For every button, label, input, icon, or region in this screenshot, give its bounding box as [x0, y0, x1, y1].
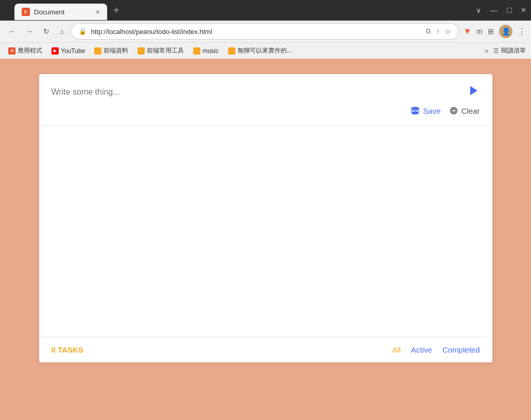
- active-tab[interactable]: C Document ×: [14, 4, 107, 20]
- translate-icon[interactable]: G: [426, 28, 431, 35]
- apps-bookmark-icon: ⊞: [8, 47, 15, 55]
- play-icon: [468, 84, 480, 97]
- lock-icon: 🔒: [79, 28, 87, 35]
- browser-chrome: C Document × + ∨ — □ × ← → ↻ ⌂ 🔒 http://…: [0, 0, 531, 59]
- clear-icon: [449, 106, 458, 115]
- bookmark-youtube-label: YouTube: [61, 47, 85, 55]
- bookmark-frontend-data-label: 前端資料: [104, 46, 128, 55]
- filter-buttons: All Active Completed: [392, 345, 479, 354]
- tab-favicon: C: [22, 8, 30, 16]
- nav-icons-right: ▼ m ⊞ 👤 ⋮: [463, 25, 526, 38]
- todo-footer: 0 TASKS All Active Completed: [39, 337, 492, 362]
- bookmark-youtube[interactable]: ▶ YouTube: [48, 46, 88, 56]
- bookmark-boring-label: 無聊可以來實作的...: [237, 46, 292, 55]
- close-btn[interactable]: ×: [521, 6, 526, 15]
- svg-point-1: [412, 107, 419, 110]
- bookmark-frontend-tools-label: 前端常用工具: [147, 46, 184, 55]
- svg-marker-0: [470, 86, 477, 95]
- maximize-btn[interactable]: □: [507, 6, 512, 15]
- avatar[interactable]: 👤: [499, 25, 512, 38]
- youtube-bookmark-icon: ▶: [52, 47, 59, 55]
- home-button[interactable]: ⌂: [57, 25, 67, 38]
- bookmark-music[interactable]: music: [190, 46, 221, 56]
- nav-bar: ← → ↻ ⌂ 🔒 http://localhost/peanu/todo-li…: [0, 21, 531, 42]
- bookmark-frontend-tools[interactable]: 前端常用工具: [134, 45, 187, 56]
- todo-actions: Save Clear: [52, 106, 480, 115]
- reader-label: 閱讀清單: [501, 46, 526, 55]
- frontend-data-icon: [94, 47, 101, 55]
- brave-icon: ▼: [463, 27, 471, 36]
- tab-bar: C Document × +: [9, 1, 472, 20]
- submit-button[interactable]: [468, 84, 480, 100]
- todo-input-section: Save Clear: [39, 74, 492, 126]
- minimize-btn[interactable]: —: [490, 6, 498, 14]
- url-text: http://localhost/peanu/todo-list/index.h…: [91, 28, 422, 36]
- todo-input-row: [52, 84, 480, 100]
- clear-label: Clear: [461, 107, 480, 115]
- bookmark-apps[interactable]: ⊞ 應用程式: [5, 45, 45, 56]
- extensions-icon[interactable]: ⊞: [488, 27, 494, 36]
- clear-button[interactable]: Clear: [449, 106, 480, 115]
- bookmark-music-label: music: [202, 47, 218, 55]
- save-icon: [410, 106, 420, 115]
- filter-all-button[interactable]: All: [392, 345, 401, 354]
- reader-btn[interactable]: ☰ 閱讀清單: [493, 46, 526, 55]
- boring-icon: [228, 47, 235, 55]
- window-controls-right: ∨ — □ ×: [476, 6, 526, 15]
- bookmark-frontend-data[interactable]: 前端資料: [91, 45, 131, 56]
- back-button[interactable]: ←: [5, 25, 19, 38]
- refresh-button[interactable]: ↻: [40, 25, 53, 38]
- bookmark-apps-label: 應用程式: [18, 46, 42, 55]
- new-tab-btn[interactable]: +: [109, 5, 124, 16]
- bookmark-boring[interactable]: 無聊可以來實作的...: [225, 45, 295, 56]
- todo-list-section: [39, 126, 492, 337]
- forward-button[interactable]: →: [23, 25, 36, 38]
- restore-btn[interactable]: ∨: [476, 6, 481, 14]
- address-bar-icons: G ↑ ☆: [426, 27, 451, 36]
- tasks-count: 0 TASKS: [52, 345, 83, 354]
- frontend-tools-icon: [138, 47, 145, 55]
- bookmarks-bar: ⊞ 應用程式 ▶ YouTube 前端資料 前端常用工具 music 無聊可以來…: [0, 42, 531, 59]
- m-icon: m: [476, 27, 483, 36]
- menu-icon[interactable]: ⋮: [518, 27, 526, 37]
- todo-card: Save Clear 0 TASKS All Active Completed: [39, 74, 492, 362]
- music-icon: [193, 47, 200, 55]
- save-button[interactable]: Save: [410, 106, 440, 115]
- bookmark-icon[interactable]: ☆: [444, 27, 451, 36]
- address-bar[interactable]: 🔒 http://localhost/peanu/todo-list/index…: [71, 23, 459, 40]
- svg-point-2: [412, 112, 419, 115]
- tab-title: Document: [34, 8, 64, 16]
- title-bar: C Document × + ∨ — □ ×: [0, 0, 531, 21]
- filter-completed-button[interactable]: Completed: [442, 345, 480, 354]
- tab-close-btn[interactable]: ×: [96, 8, 100, 16]
- save-label: Save: [423, 107, 440, 115]
- filter-active-button[interactable]: Active: [411, 345, 432, 354]
- bookmark-more[interactable]: »: [485, 47, 488, 55]
- todo-input[interactable]: [52, 87, 463, 97]
- main-content: Save Clear 0 TASKS All Active Completed: [0, 59, 531, 400]
- share-icon[interactable]: ↑: [436, 27, 439, 36]
